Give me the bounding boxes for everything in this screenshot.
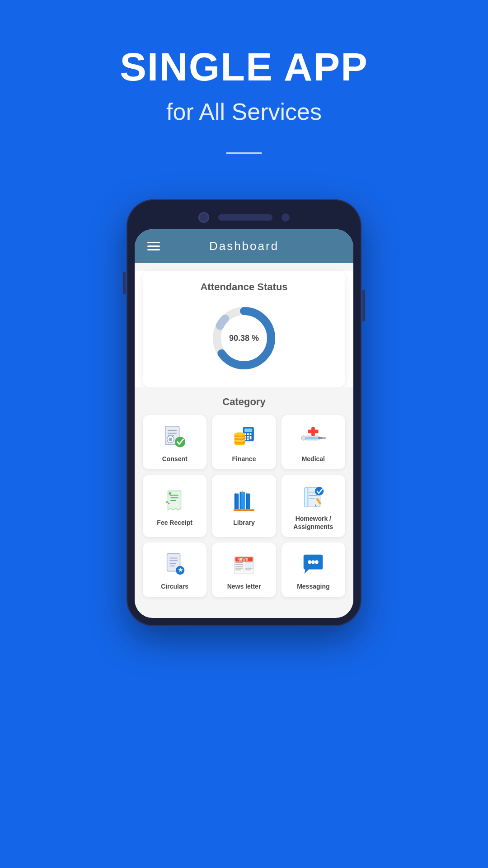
- svg-rect-41: [240, 492, 241, 509]
- svg-point-51: [315, 487, 324, 495]
- svg-rect-32: [308, 429, 319, 433]
- svg-rect-28: [305, 437, 318, 439]
- svg-point-76: [308, 561, 312, 564]
- phone-screen: Dashboard Attendance Status: [135, 229, 353, 618]
- circulars-label: Circulars: [161, 582, 188, 590]
- front-camera: [198, 212, 209, 223]
- svg-rect-64: [235, 562, 243, 563]
- screen-content: Attendance Status 9: [135, 271, 353, 602]
- svg-rect-13: [247, 433, 249, 435]
- dashboard-header: Dashboard: [135, 229, 353, 263]
- phone-notch: [135, 208, 353, 229]
- attendance-title: Attendance Status: [200, 281, 287, 293]
- svg-rect-43: [246, 494, 247, 509]
- fee-receipt-icon: ₹: [161, 487, 188, 514]
- medical-icon: [300, 423, 327, 450]
- category-item-medical[interactable]: Medical: [282, 415, 345, 469]
- hero-divider: [226, 152, 262, 154]
- library-icon: [230, 487, 258, 514]
- category-item-circulars[interactable]: ★ Circulars: [143, 542, 206, 597]
- category-item-consent[interactable]: Consent: [143, 415, 206, 469]
- svg-rect-45: [242, 491, 243, 494]
- svg-rect-17: [250, 436, 252, 439]
- svg-rect-44: [234, 509, 254, 511]
- svg-point-26: [235, 432, 245, 436]
- svg-rect-29: [318, 437, 323, 439]
- svg-rect-72: [245, 568, 253, 569]
- side-button-right: [362, 290, 365, 321]
- svg-text:★: ★: [178, 567, 183, 573]
- fee-receipt-label: Fee Receipt: [157, 519, 192, 527]
- consent-label: Consent: [162, 455, 188, 463]
- finance-label: Finance: [232, 455, 256, 463]
- attendance-percentage: 90.38 %: [229, 333, 259, 343]
- speaker: [218, 214, 272, 221]
- hero-title: SINGLE APP: [120, 45, 368, 89]
- medical-label: Medical: [302, 455, 325, 463]
- consent-icon: [161, 423, 188, 450]
- svg-point-78: [315, 561, 319, 564]
- svg-rect-14: [250, 433, 252, 435]
- category-grid: Consent: [143, 415, 345, 597]
- homework-label: Homework / Assignments: [286, 514, 341, 531]
- category-item-newsletter[interactable]: NEWS: [212, 542, 276, 597]
- attendance-donut-chart: 90.38 %: [208, 302, 280, 374]
- svg-rect-75: [245, 562, 253, 567]
- dashboard-title: Dashboard: [209, 239, 279, 253]
- svg-point-30: [301, 436, 306, 440]
- category-item-library[interactable]: Library: [212, 475, 276, 537]
- category-item-homework[interactable]: Homework / Assignments: [282, 475, 345, 537]
- sensor: [282, 213, 290, 222]
- svg-rect-68: [235, 570, 242, 571]
- phone-outer: Dashboard Attendance Status: [127, 199, 361, 626]
- svg-point-77: [311, 561, 315, 564]
- svg-rect-65: [235, 564, 243, 565]
- svg-rect-66: [235, 566, 243, 567]
- category-item-messaging[interactable]: Messaging: [282, 542, 345, 597]
- svg-rect-11: [244, 428, 252, 432]
- menu-button[interactable]: [147, 242, 160, 250]
- messaging-icon: [300, 551, 327, 578]
- menu-line-3: [147, 249, 160, 250]
- menu-line-2: [147, 245, 160, 247]
- svg-rect-19: [247, 439, 249, 440]
- phone-mockup: Dashboard Attendance Status: [127, 199, 361, 626]
- svg-text:₹: ₹: [169, 492, 172, 497]
- svg-point-9: [169, 438, 172, 441]
- newsletter-label: News letter: [227, 582, 261, 590]
- menu-line-1: [147, 242, 160, 243]
- library-label: Library: [233, 519, 254, 527]
- attendance-card: Attendance Status 9: [143, 271, 345, 387]
- svg-rect-16: [247, 436, 249, 438]
- hero-section: SINGLE APP for All Services: [0, 0, 488, 199]
- category-title: Category: [143, 396, 345, 408]
- svg-rect-67: [235, 568, 243, 569]
- newsletter-icon: NEWS: [230, 551, 258, 578]
- homework-icon: [300, 483, 327, 510]
- svg-rect-73: [245, 570, 251, 571]
- svg-point-7: [175, 437, 185, 447]
- messaging-label: Messaging: [297, 582, 329, 590]
- finance-icon: [230, 423, 258, 450]
- category-item-finance[interactable]: Finance: [212, 415, 276, 469]
- svg-text:NEWS: NEWS: [237, 558, 248, 562]
- category-section: Category: [135, 387, 353, 602]
- svg-rect-39: [235, 494, 236, 509]
- side-button-left: [123, 272, 126, 294]
- category-item-fee-receipt[interactable]: ₹ Fee Receipt: [143, 475, 206, 537]
- hero-subtitle: for All Services: [166, 98, 322, 125]
- circulars-icon: ★: [161, 551, 188, 578]
